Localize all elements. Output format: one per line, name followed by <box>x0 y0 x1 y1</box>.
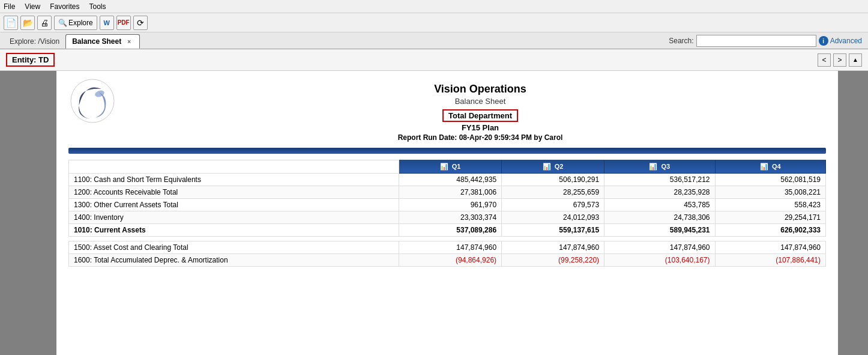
search-input[interactable] <box>696 35 816 47</box>
row-q4: (107,886,441) <box>715 254 825 267</box>
report-title-block: Vision Operations Balance Sheet Total De… <box>134 77 826 142</box>
row-q2: 679,573 <box>502 199 604 211</box>
report-plan: FY15 Plan <box>134 123 826 132</box>
explore-icon: 🔍 <box>58 19 67 27</box>
row-q1: 537,089,286 <box>399 224 502 237</box>
q3-label: Q3 <box>662 163 671 170</box>
menu-favorites[interactable]: Favorites <box>50 2 79 11</box>
refresh-button[interactable]: ⟳ <box>133 16 148 30</box>
nav-next-button[interactable]: > <box>833 53 846 67</box>
row-q3: 453,785 <box>604 199 715 211</box>
row-q2: 147,874,960 <box>502 241 604 254</box>
menu-view[interactable]: View <box>25 2 40 11</box>
row-q4: 147,874,960 <box>715 241 825 254</box>
row-label: 1200: Accounts Receivable Total <box>69 186 399 199</box>
table-spacer-row <box>69 237 826 241</box>
row-label: 1500: Asset Cost and Clearing Total <box>69 241 399 254</box>
row-label: 1400: Inventory <box>69 211 399 224</box>
advanced-button[interactable]: i Advanced <box>819 36 862 46</box>
left-sidebar <box>0 71 56 355</box>
explore-tab-label: Explore: /Vision <box>10 37 59 46</box>
report-table-container: 📊 Q1 📊 Q2 📊 Q3 📊 Q4 <box>68 160 826 267</box>
row-q1: 485,442,935 <box>399 174 502 186</box>
menu-file[interactable]: File <box>4 2 15 11</box>
report-table: 📊 Q1 📊 Q2 📊 Q3 📊 Q4 <box>68 160 826 267</box>
svg-point-0 <box>71 79 114 123</box>
row-q4: 35,008,221 <box>715 186 825 199</box>
menu-tools[interactable]: Tools <box>89 2 106 11</box>
nav-prev-button[interactable]: < <box>818 53 831 67</box>
right-sidebar <box>838 71 868 355</box>
row-q2: 28,255,659 <box>502 186 604 199</box>
row-q4: 558,423 <box>715 199 825 211</box>
table-label-header <box>69 160 399 174</box>
new-button[interactable]: 📄 <box>4 16 18 30</box>
q4-icon: 📊 <box>760 163 768 170</box>
toolbar: 📄 📂 🖨 🔍 Explore W PDF ⟳ <box>0 13 868 32</box>
report-subtitle: Balance Sheet <box>134 97 826 106</box>
row-q2: (99,258,220) <box>502 254 604 267</box>
report-run-date: Report Run Date: 08-Apr-20 9:59:34 PM by… <box>134 133 826 142</box>
print-button[interactable]: 🖨 <box>37 16 52 30</box>
explore-label: Explore <box>68 19 93 27</box>
advanced-icon: i <box>819 36 828 46</box>
table-row: 1600: Total Accumulated Deprec. & Amorti… <box>69 254 826 267</box>
col-q1-header: 📊 Q1 <box>399 160 502 174</box>
row-q3: 536,517,212 <box>604 174 715 186</box>
row-q4: 626,902,333 <box>715 224 825 237</box>
advanced-label: Advanced <box>830 37 862 45</box>
company-logo <box>68 77 116 125</box>
col-q4-header: 📊 Q4 <box>715 160 825 174</box>
row-q4: 29,254,171 <box>715 211 825 224</box>
row-q1: (94,864,926) <box>399 254 502 267</box>
explore-button[interactable]: 🔍 Explore <box>54 16 97 30</box>
table-header-bar <box>68 148 826 154</box>
row-q2: 559,137,615 <box>502 224 604 237</box>
row-q2: 24,012,093 <box>502 211 604 224</box>
row-q3: 147,874,960 <box>604 241 715 254</box>
table-row: 1400: Inventory 23,303,374 24,012,093 24… <box>69 211 826 224</box>
explore-tab: Explore: /Vision <box>4 34 65 49</box>
word-button[interactable]: W <box>100 16 114 30</box>
table-row: 1010: Current Assets 537,089,286 559,137… <box>69 224 826 237</box>
row-q3: 24,738,306 <box>604 211 715 224</box>
row-q2: 506,190,291 <box>502 174 604 186</box>
row-q1: 23,303,374 <box>399 211 502 224</box>
row-q1: 27,381,006 <box>399 186 502 199</box>
col-q3-header: 📊 Q3 <box>604 160 715 174</box>
balance-sheet-tab[interactable]: Balance Sheet × <box>65 34 140 49</box>
balance-sheet-tab-label: Balance Sheet <box>72 37 121 46</box>
col-q2-header: 📊 Q2 <box>502 160 604 174</box>
report-area: Vision Operations Balance Sheet Total De… <box>56 71 838 355</box>
q2-label: Q2 <box>555 163 564 170</box>
nav-up-button[interactable]: ▲ <box>849 53 862 67</box>
menu-bar: File View Favorites Tools <box>0 0 868 13</box>
row-label: 1010: Current Assets <box>69 224 399 237</box>
report-header: Vision Operations Balance Sheet Total De… <box>68 77 826 142</box>
entity-nav: < > ▲ <box>818 53 862 67</box>
row-q1: 147,874,960 <box>399 241 502 254</box>
q1-icon: 📊 <box>440 163 448 170</box>
report-department: Total Department <box>442 109 518 122</box>
main-content: Vision Operations Balance Sheet Total De… <box>0 71 868 355</box>
open-button[interactable]: 📂 <box>20 16 35 30</box>
search-label: Search: <box>669 37 693 45</box>
pdf-button[interactable]: PDF <box>116 16 131 30</box>
row-q1: 961,970 <box>399 199 502 211</box>
row-q4: 562,081,519 <box>715 174 825 186</box>
row-label: 1300: Other Current Assets Total <box>69 199 399 211</box>
tab-bar: Explore: /Vision Balance Sheet × Search:… <box>0 32 868 49</box>
table-row: 1100: Cash and Short Term Equivalents 48… <box>69 174 826 186</box>
q2-icon: 📊 <box>543 163 551 170</box>
q1-label: Q1 <box>452 163 461 170</box>
tab-close-icon[interactable]: × <box>125 37 133 46</box>
row-q3: (103,640,167) <box>604 254 715 267</box>
search-area: Search: i Advanced <box>669 35 862 47</box>
table-row: 1500: Asset Cost and Clearing Total 147,… <box>69 241 826 254</box>
entity-bar: Entity: TD < > ▲ <box>0 49 868 71</box>
q3-icon: 📊 <box>649 163 657 170</box>
table-row: 1200: Accounts Receivable Total 27,381,0… <box>69 186 826 199</box>
entity-label: Entity: TD <box>6 53 55 67</box>
q4-label: Q4 <box>772 163 781 170</box>
report-company: Vision Operations <box>134 83 826 96</box>
